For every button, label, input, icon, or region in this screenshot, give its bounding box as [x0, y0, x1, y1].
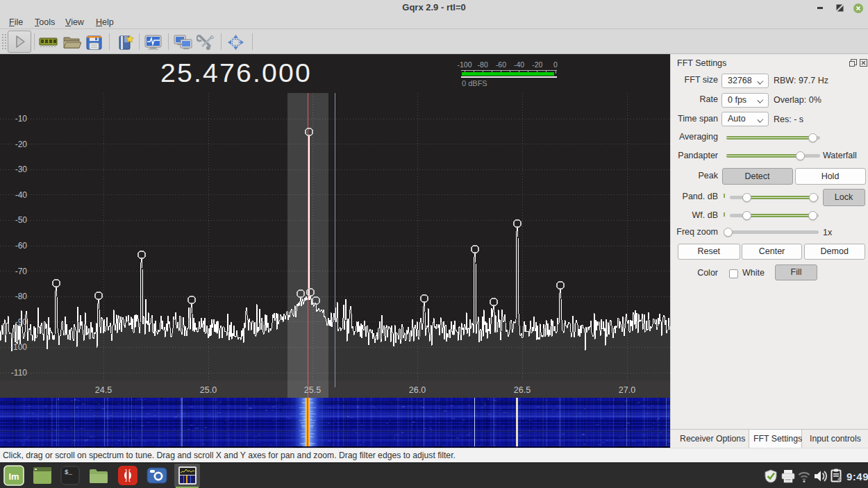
- svg-text:-50: -50: [15, 215, 28, 225]
- svg-text:-20: -20: [15, 140, 28, 149]
- svg-text:-100: -100: [10, 342, 27, 352]
- svg-text:-20: -20: [532, 60, 542, 69]
- svg-text:lm: lm: [8, 471, 19, 482]
- svg-text:-80: -80: [15, 292, 28, 301]
- svg-text:0: 0: [553, 60, 558, 69]
- svg-text:-110: -110: [11, 368, 27, 378]
- svg-text:25.476.000: 25.476.000: [160, 59, 312, 87]
- svg-text:-10: -10: [15, 114, 28, 124]
- svg-text:25.5: 25.5: [304, 385, 321, 395]
- svg-text:-40: -40: [15, 190, 28, 200]
- svg-text:26.0: 26.0: [409, 385, 426, 395]
- svg-text:24.5: 24.5: [95, 385, 112, 395]
- svg-text:-60: -60: [496, 60, 506, 69]
- svg-text:-60: -60: [15, 241, 28, 251]
- svg-text:26.5: 26.5: [514, 385, 531, 395]
- svg-text:$_: $_: [65, 469, 72, 476]
- svg-text:-70: -70: [15, 267, 28, 276]
- svg-text:0 dBFS: 0 dBFS: [462, 79, 487, 87]
- svg-text:25.0: 25.0: [200, 385, 217, 395]
- svg-text:-30: -30: [15, 165, 28, 174]
- svg-text:27.0: 27.0: [619, 385, 635, 395]
- svg-text:-90: -90: [15, 317, 28, 327]
- svg-text:-100: -100: [457, 60, 471, 69]
- svg-text:-40: -40: [514, 60, 524, 69]
- svg-text:-80: -80: [478, 60, 488, 69]
